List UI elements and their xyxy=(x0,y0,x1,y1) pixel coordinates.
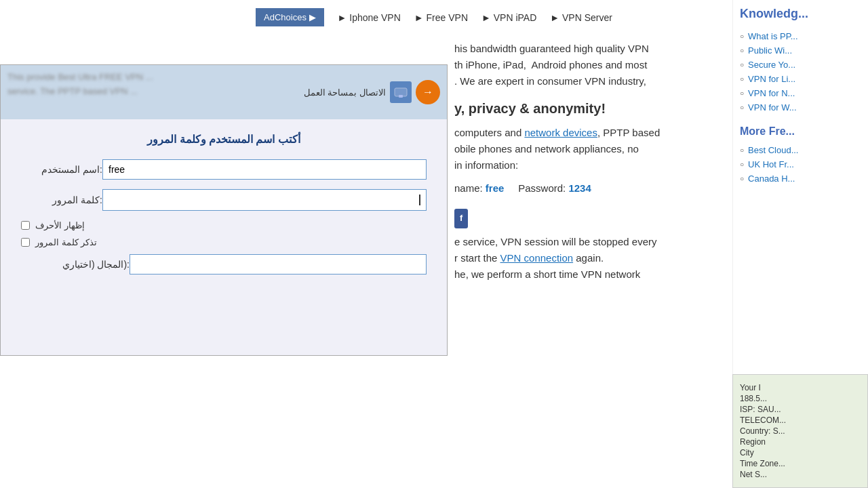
ip-address: 188.5... xyxy=(740,394,861,403)
nav-vpn-server[interactable]: ► VPN Server xyxy=(550,12,612,23)
body-para3: in information: xyxy=(454,157,766,174)
sidebar-more-title: More Fre... xyxy=(740,125,861,138)
sidebar-link-vpn-w[interactable]: VPN for W... xyxy=(748,102,797,113)
password-input-area xyxy=(102,189,427,211)
ip-telecom: TELECOM... xyxy=(740,415,861,425)
sidebar-link-what-is-pp[interactable]: What is PP... xyxy=(748,31,797,41)
show-chars-row: إظهار الأحرف xyxy=(21,220,427,230)
connect-arrow-button[interactable]: → xyxy=(416,80,440,104)
vpn-connection-link[interactable]: VPN connection xyxy=(500,252,574,264)
creds-password: 1234 xyxy=(568,182,591,194)
ip-info-box: Your I 188.5... ISP: SAU... TELECOM... C… xyxy=(732,374,868,488)
main-content: AdChoices ▶ ► Iphone VPN ► Free VPN ► VP… xyxy=(0,0,868,488)
domain-input[interactable] xyxy=(130,254,427,274)
ip-your-label: Your I xyxy=(740,383,861,392)
sidebar-link-vpn-n[interactable]: VPN for N... xyxy=(748,88,795,98)
domain-label: :(المجال (اختياري xyxy=(21,259,130,270)
section-heading: y, privacy & anonymity! xyxy=(454,98,766,119)
text-cursor xyxy=(419,195,420,205)
sidebar-more-section: Best Cloud... UK Hot Fr... Canada H... xyxy=(740,143,861,186)
adchoices-button[interactable]: AdChoices ▶ xyxy=(256,8,323,26)
fb-icon-area: f xyxy=(454,203,766,234)
body-line2: th iPhone, iPad, Android phones and most xyxy=(454,57,766,73)
domain-row: :(المجال (اختياري xyxy=(21,254,427,274)
show-chars-label: إظهار الأحرف xyxy=(35,220,85,230)
sidebar-link-vpn-li[interactable]: VPN for Li... xyxy=(748,74,795,84)
sidebar-link-public-wi[interactable]: Public Wi... xyxy=(748,45,792,56)
sidebar-link-uk-hot[interactable]: UK Hot Fr... xyxy=(748,159,794,169)
body-line3: . We are expert in consumer VPN industry… xyxy=(454,73,766,89)
ip-timezone: Time Zone... xyxy=(740,459,861,468)
username-row: :اسم المستخدم xyxy=(21,159,427,180)
service-line2: r start the VPN connection again. xyxy=(454,250,766,266)
ip-isp: ISP: SAU... xyxy=(740,405,861,414)
body-para2: obile phones and network appliances, no xyxy=(454,141,766,157)
service-line1: e service, VPN session will be stopped e… xyxy=(454,234,766,250)
final-line: he, we perform a short time VPN network xyxy=(454,266,766,283)
ip-country: Country: S... xyxy=(740,426,861,436)
connect-workspace-icon xyxy=(390,81,412,103)
remember-password-checkbox[interactable] xyxy=(21,238,30,247)
sidebar-link-secure-yo[interactable]: Secure Yo... xyxy=(748,60,795,70)
username-input[interactable] xyxy=(102,159,427,180)
dialog-top-bar: This provide Best Ultra FREE VPN ... ser… xyxy=(1,65,447,119)
dialog-connect-area: الاتصال بمساحة العمل → xyxy=(304,80,440,104)
nav-iphone-vpn[interactable]: ► Iphone VPN xyxy=(338,12,401,23)
dialog-form-title: أكتب اسم المستخدم وكلمة المرور xyxy=(21,133,427,146)
remember-password-row: تذكر كلمة المرور xyxy=(21,237,427,247)
sidebar-knowledge-title: Knowledg... xyxy=(740,7,861,21)
remember-password-label: تذكر كلمة المرور xyxy=(35,237,97,247)
facebook-icon[interactable]: f xyxy=(454,209,468,228)
username-label: :اسم المستخدم xyxy=(21,164,102,175)
password-row: :كلمة المرور xyxy=(21,189,427,211)
svg-rect-1 xyxy=(399,95,403,98)
credentials-line: name: free Password: 1234 xyxy=(454,180,766,197)
ip-net: Net S... xyxy=(740,470,861,479)
body-para1: computers and network devices, PPTP base… xyxy=(454,125,766,141)
nav-vpn-ipad[interactable]: ► VPN iPAD xyxy=(481,12,536,23)
network-devices-link[interactable]: network devices xyxy=(524,127,597,138)
body-intro: his bandwidth guaranteed high quality VP… xyxy=(454,41,766,57)
body-text-area: his bandwidth guaranteed high quality VP… xyxy=(448,34,773,289)
ip-region: Region xyxy=(740,437,861,447)
creds-username: free xyxy=(486,182,505,194)
sidebar-link-canada[interactable]: Canada H... xyxy=(748,174,795,184)
ip-city: City xyxy=(740,448,861,458)
dialog-form: أكتب اسم المستخدم وكلمة المرور :اسم المس… xyxy=(1,119,447,288)
nav-free-vpn[interactable]: ► Free VPN xyxy=(414,12,468,23)
sidebar-link-best-cloud[interactable]: Best Cloud... xyxy=(748,145,798,155)
sidebar-knowledge-section: What is PP... Public Wi... Secure Yo... … xyxy=(740,29,861,115)
dialog-overlay: This provide Best Ultra FREE VPN ... ser… xyxy=(0,64,448,356)
connect-label: الاتصال بمساحة العمل xyxy=(304,87,386,98)
password-label: :كلمة المرور xyxy=(21,195,102,205)
show-chars-checkbox[interactable] xyxy=(21,221,30,230)
